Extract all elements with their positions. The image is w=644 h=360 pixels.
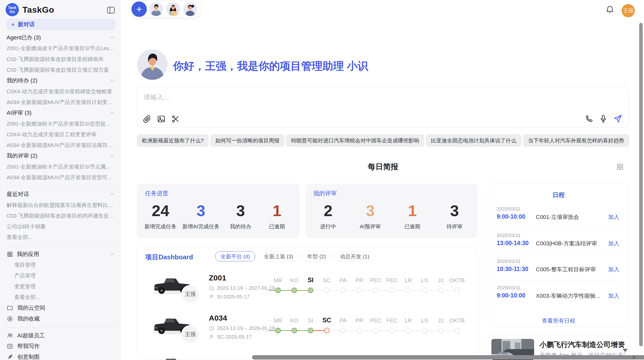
chevron-up-icon[interactable] — [109, 153, 115, 159]
sidebar-link-我的云空间[interactable]: 我的云空间 — [7, 303, 115, 313]
new-chat-button[interactable]: + 新对话 — [7, 19, 115, 30]
stat-value: 3 — [197, 200, 205, 221]
vertical-scrollbar[interactable] — [639, 23, 643, 346]
join-link[interactable]: 加入 — [608, 213, 619, 221]
suggestion-chip[interactable]: 欧洲新规最近颁布了什么? — [137, 134, 209, 147]
sidebar-item[interactable]: 查看全部... — [7, 292, 115, 303]
milestone-dot[interactable] — [438, 288, 444, 293]
join-link[interactable]: 加入 — [608, 240, 619, 247]
join-link[interactable]: 加入 — [608, 292, 619, 300]
milestone-dot[interactable] — [308, 288, 313, 293]
milestone-dot[interactable] — [308, 328, 313, 333]
sidebar-item[interactable]: A034-全新新能源MUV产品开发项目计划变更表编写 — [7, 97, 115, 108]
sidebar-section-header[interactable]: Agent已办 (3) — [7, 32, 115, 43]
sidebar-section-header[interactable]: AI评审 (3) — [7, 108, 115, 118]
sidebar-section-header[interactable]: 最近对话 — [7, 189, 115, 200]
sidebar-tool-帮我写作[interactable]: 帮我写作 — [7, 341, 115, 352]
message-input[interactable] — [143, 93, 449, 101]
avatar[interactable] — [183, 2, 198, 17]
filter-pill[interactable]: 年型 (2) — [302, 251, 331, 261]
milestone-dot[interactable] — [373, 288, 378, 293]
milestone-dot[interactable] — [389, 328, 395, 333]
sidebar-item[interactable]: Z001-全新燃油皮卡产品开发项目SI节点Lesson Learn报告 — [7, 43, 115, 54]
suggestion-chip[interactable]: 如何写一份清晰的项目周报 — [210, 134, 285, 147]
phone-icon[interactable] — [585, 114, 593, 123]
sidebar-item[interactable]: 公司Q3轻卡销量 — [7, 221, 115, 232]
scroll-right-arrow[interactable] — [633, 355, 636, 359]
avatar[interactable] — [166, 2, 181, 17]
horizontal-scrollbar[interactable] — [252, 355, 644, 359]
schedule-name: C005-整车工程目标评审 — [536, 266, 596, 273]
chevron-up-icon[interactable] — [109, 110, 115, 116]
schedule-item: 2025/03/1110:30-11:30C005-整车工程目标评审加入 — [488, 259, 629, 284]
sidebar-item[interactable]: 项目管理 — [7, 260, 115, 270]
filter-pill[interactable]: 动总开发 (1) — [335, 251, 375, 261]
sidebar-item[interactable]: C02-飞腾新能源轻客改款项目的闭环通告反馈情况 — [7, 211, 115, 221]
milestone-dot[interactable] — [340, 328, 346, 333]
milestone-dot[interactable] — [357, 288, 362, 293]
milestone-dot[interactable] — [275, 288, 281, 293]
sidebar-item-label: Z001-全新燃油轻卡产品开发项目SI节点属性5D文件评审 — [7, 163, 115, 170]
chevron-up-icon[interactable] — [109, 34, 115, 41]
avatar[interactable] — [149, 2, 164, 17]
sidebar-section-header[interactable]: 我的评审 (2) — [7, 151, 115, 161]
sidebar-tool-AI超级员工[interactable]: AI超级员工 — [7, 330, 115, 341]
filter-pill[interactable]: 全新平台 (4) — [215, 251, 255, 261]
filter-pill[interactable]: 全新上装 (3) — [259, 251, 299, 261]
sidebar-item[interactable]: 解释最新出台的欧盟报废车法规再生塑料比例被调至15%... — [7, 200, 115, 210]
image-icon[interactable] — [157, 115, 166, 123]
project-row[interactable]: 王强A0342023-12-19 ~ 2026-01-19SC-2025-05-… — [137, 312, 477, 351]
suggestion-chip[interactable]: 比亚迪全固态电池计划具体说了什么 — [426, 134, 521, 147]
sidebar-item[interactable]: Z001-全新燃油轻卡产品开发项目SI造型提交物评审 — [7, 118, 115, 129]
sidebar-tool-创意制图[interactable]: 创意制图 — [7, 352, 115, 360]
sidebar-item[interactable]: C0X4-动力总成开发项目SI里程碑提交物检查 — [7, 86, 115, 97]
milestone-dot[interactable] — [291, 288, 297, 293]
milestone-dot[interactable] — [389, 288, 395, 293]
sidebar-item[interactable]: A034-全新新能源MUV产品开发项目法规符合性评审 — [7, 140, 115, 151]
suggestion-chip[interactable]: 当下年轻人对汽车外观有怎样的喜好趋势 — [523, 134, 629, 147]
milestone-dot[interactable] — [422, 328, 427, 333]
project-row[interactable]: 王强Z0012023-12-19 ~ 2027-01-19SI-2025-05-… — [137, 272, 477, 311]
sidebar-section-my-apps[interactable]: 我的应用 — [7, 249, 115, 260]
notifications-bell-icon[interactable] — [605, 5, 614, 14]
milestone-dot[interactable] — [291, 328, 297, 333]
add-session-button[interactable]: + — [131, 2, 147, 17]
sidebar-item[interactable]: C02-飞腾新能源轻客改款项目里程碑画布 — [7, 54, 115, 65]
sidebar-item[interactable]: 变更管理 — [7, 281, 115, 292]
sidebar-item[interactable]: Z001-全新燃油轻卡产品开发项目SI节点属性5D文件评审 — [7, 161, 115, 172]
milestone-dot[interactable] — [357, 328, 362, 333]
mic-icon[interactable] — [599, 114, 608, 123]
sidebar-link-我的收藏[interactable]: 我的收藏 — [7, 313, 115, 324]
scroll-down-arrow[interactable] — [623, 349, 628, 352]
sidebar-item[interactable]: A034-全新新能源MUV产品开发项目造型可行性评审 — [7, 172, 115, 183]
chevron-up-icon[interactable] — [109, 251, 115, 258]
milestone-dot[interactable] — [454, 288, 460, 293]
paperclip-icon[interactable] — [143, 115, 151, 123]
join-link[interactable]: 加入 — [608, 266, 619, 273]
milestone-dot[interactable] — [275, 328, 281, 333]
sidebar-item[interactable]: C02-飞腾新能源轻客改款项目立项汇报方案 — [7, 65, 115, 75]
sidebar-item[interactable]: C0X4-动力总成开发项目工程变更评审 — [7, 129, 115, 140]
milestone-dot[interactable] — [340, 288, 346, 293]
milestone-dot[interactable] — [373, 328, 378, 333]
sidebar-collapse-icon[interactable] — [106, 6, 115, 15]
milestone-dot[interactable] — [324, 288, 330, 293]
message-composer[interactable] — [137, 87, 629, 128]
scissors-icon[interactable] — [171, 115, 180, 123]
view-all-schedule-link[interactable]: 查看所有日程 — [488, 317, 629, 325]
suggestion-chip[interactable]: 特朗普可能对进口汽车增税会对中国车企造成哪些影响 — [286, 134, 424, 147]
sidebar-item[interactable]: 产品管理 — [7, 270, 115, 281]
sidebar-item[interactable]: 查看全部... — [7, 232, 115, 243]
user-avatar[interactable]: 王强 — [622, 4, 635, 17]
milestone-dot[interactable] — [405, 288, 411, 293]
milestone-dot[interactable] — [405, 328, 411, 333]
milestone-dot[interactable] — [438, 328, 444, 333]
chevron-up-icon[interactable] — [109, 77, 115, 84]
milestone-dot[interactable] — [324, 328, 330, 333]
send-icon[interactable] — [613, 114, 622, 123]
milestone-dot[interactable] — [454, 328, 460, 333]
grid-icon[interactable] — [616, 163, 624, 171]
sidebar-section-header[interactable]: 我的待办 (2) — [7, 75, 115, 86]
chevron-up-icon[interactable] — [109, 191, 115, 198]
milestone-dot[interactable] — [422, 288, 427, 293]
